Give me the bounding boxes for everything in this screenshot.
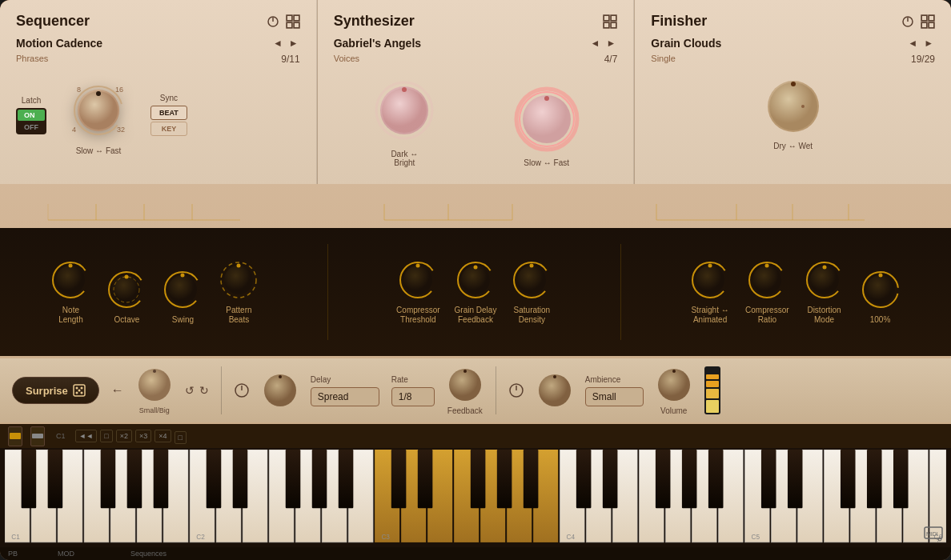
redo-button[interactable]: ↻ [199,384,209,397]
seq-rewind-btn[interactable]: ◄◄ [75,430,98,442]
sync-key-btn[interactable]: KEY [150,122,187,136]
svg-rect-151 [286,450,301,508]
undo-button[interactable]: ↺ [185,384,195,397]
piano-svg[interactable]: C1 C2 C3 C4 C5 C6 [5,450,946,547]
upper-panels: Sequencer Motion Cadence [0,0,951,184]
midi-icon[interactable]: MIDI ? [924,526,943,544]
finisher-power-icon[interactable] [901,15,914,28]
distortion-mode-knob[interactable] [804,259,845,301]
synthesizer-prev-btn[interactable]: ◄ [589,36,602,50]
mod-slider[interactable] [30,426,46,446]
ambience-knob[interactable] [536,372,573,409]
grain-delay-knob[interactable] [455,259,496,301]
svg-point-63 [181,274,185,278]
svg-rect-148 [154,450,169,508]
sync-beat-btn[interactable]: BEAT [150,106,187,120]
delay-power-icon[interactable] [234,382,250,398]
comp-ratio-knob[interactable] [746,259,788,301]
finisher-preset-name: Grain Clouds [651,37,721,50]
latch-switch[interactable]: ON OFF [16,108,46,134]
finisher-preset-row: Grain Clouds ◄ ► [651,36,935,50]
svg-point-71 [461,266,490,294]
seq-x2-btn[interactable]: ×2 [116,430,132,442]
svg-point-91 [78,390,80,392]
svg-point-100 [449,369,481,401]
svg-rect-160 [603,450,618,508]
volume-group: Volume [656,366,692,415]
svg-text:C1: C1 [11,533,20,542]
seq-empty-btn[interactable]: □ [175,431,187,444]
latch-off[interactable]: OFF [18,122,45,133]
delay-knob[interactable] [262,372,299,409]
sat-density-knob[interactable] [511,259,552,301]
svg-rect-166 [841,450,856,508]
rate-select[interactable]: 1/8 1/4 1/16 [391,387,435,406]
small-big-knob[interactable] [136,366,173,403]
seq-x3-btn[interactable]: ×3 [135,430,151,442]
piano-keys: C1 C2 C3 C4 C5 C6 [0,448,951,547]
synthesizer-speed-knob[interactable] [511,83,583,155]
sequencer-prev-btn[interactable]: ◄ [271,36,284,50]
percent-knob-group: 100% [860,269,901,325]
delay-type-select[interactable]: Spread Normal Ping Pong [311,387,379,406]
svg-point-37 [769,82,817,130]
straight-animated-knob[interactable] [689,259,731,301]
finisher-next-btn[interactable]: ► [922,36,935,50]
sync-label: Sync [160,94,178,102]
sequencer-speed-knob[interactable]: 8 16 4 32 [62,74,134,146]
delay-type-wrapper: Spread Normal Ping Pong [311,387,379,406]
svg-point-87 [878,274,882,278]
sequencer-next-btn[interactable]: ► [287,36,300,50]
feedback-group: Feedback [447,366,484,415]
comp-threshold-knob[interactable] [397,259,439,301]
comp-threshold-label: CompressorThreshold [396,306,439,325]
rate-group: Rate 1/8 1/4 1/16 [391,375,435,406]
synthesizer-brightness-knob[interactable] [368,74,440,146]
sat-density-label: SaturationDensity [514,306,551,325]
synthesizer-preset-nav: ◄ ► [589,36,618,50]
vol-bar-3 [706,389,719,398]
svg-rect-19 [611,15,616,21]
ambience-select[interactable]: Small Medium Large [585,387,644,406]
finisher-wet-knob[interactable] [761,74,825,138]
volume-knob[interactable] [656,366,692,403]
feedback-label: Feedback [447,406,483,415]
piano-section: C1 ◄◄ □ ×2 ×3 ×4 □ [0,424,951,560]
feedback-knob[interactable] [447,366,484,403]
svg-point-106 [658,369,690,401]
note-length-knob[interactable] [50,259,91,301]
octave-knob[interactable] [106,269,147,310]
seq-x4-btn[interactable]: ×4 [154,430,171,442]
delay-group: Delay Spread Normal Ping Pong [311,375,379,406]
svg-rect-9 [294,22,299,28]
finisher-prev-btn[interactable]: ◄ [906,36,919,50]
finisher-grid-icon[interactable] [921,14,935,29]
synthesizer-grid-icon[interactable] [603,14,617,29]
svg-rect-155 [418,450,433,508]
synthesizer-next-btn[interactable]: ► [604,36,617,50]
left-arrow-icon[interactable]: ← [111,383,124,398]
ambience-power-icon[interactable] [508,382,524,398]
synthesizer-preset-type: Voices [334,54,359,65]
latch-on[interactable]: ON [18,110,45,121]
svg-point-84 [822,266,826,270]
pb-slider[interactable] [8,426,24,446]
straight-animated-label: Straight ↔Animated [691,306,728,325]
seq-stop-btn[interactable]: □ [100,430,112,442]
synthesizer-preset-count: 4/7 [604,54,618,65]
svg-rect-164 [761,450,776,508]
svg-point-62 [168,275,197,304]
svg-point-90 [80,387,82,390]
pattern-beats-label: PatternBeats [226,306,251,325]
svg-point-92 [75,392,78,394]
sequencer-preset-type: Phrases [16,54,48,65]
sequencer-power-icon[interactable] [267,15,279,28]
pattern-beats-knob[interactable] [218,259,259,301]
sequencer-grid-icon[interactable] [286,14,300,29]
finisher-icons [901,14,935,29]
pattern-beats-group: PatternBeats [218,259,259,325]
svg-rect-167 [867,450,882,508]
percent-knob[interactable] [860,269,901,310]
surprise-button[interactable]: Surprise [12,377,99,404]
swing-knob[interactable] [162,269,203,310]
